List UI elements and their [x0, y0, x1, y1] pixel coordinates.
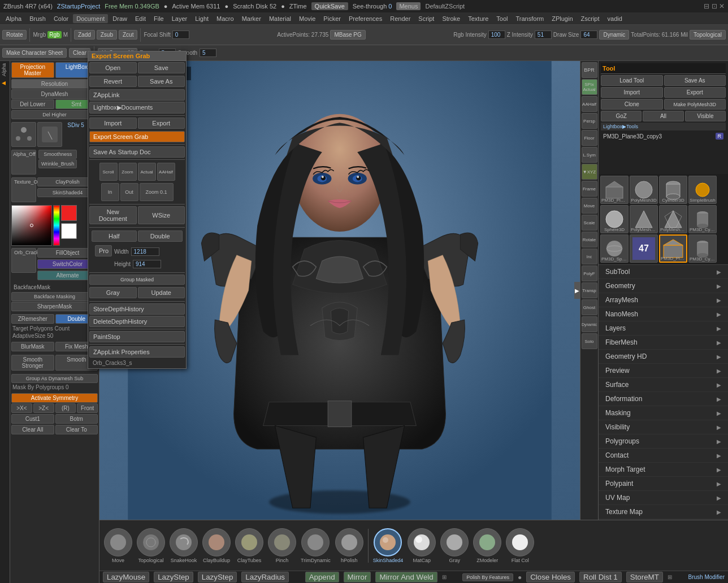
close-holes-button[interactable]: Close Holes: [526, 572, 575, 582]
activate-symmetry-button[interactable]: Activate Symmetry: [11, 393, 98, 403]
roll-dist-button[interactable]: Roll Dist 1: [579, 572, 622, 582]
clone-button[interactable]: Clone: [601, 99, 663, 110]
lazystep1-button[interactable]: LazyStep: [154, 572, 193, 582]
om-delete-depth-button[interactable]: DeleteDepthHistory: [89, 316, 185, 327]
material-flat[interactable]: Flat Col: [506, 528, 534, 563]
sym-x-button[interactable]: >X<: [11, 403, 32, 413]
storemt-button[interactable]: StoreMT: [626, 572, 663, 582]
visible-button[interactable]: Visible: [685, 111, 726, 121]
canvas-side-arrow[interactable]: ▶: [574, 282, 580, 299]
om-zapplink-button[interactable]: ZAppLink: [89, 89, 185, 101]
goz-button[interactable]: GoZ: [601, 111, 642, 121]
rotate-button[interactable]: Rotate: [2, 30, 27, 40]
sym-z-button[interactable]: >Z<: [33, 403, 54, 413]
alpha-off-button[interactable]: Alpha_Off: [11, 150, 36, 175]
material-skinshaded[interactable]: SkinShaded4: [373, 528, 404, 563]
save-as-tool-button[interactable]: Save As: [664, 75, 726, 86]
projection-master-button[interactable]: Projection Master: [11, 62, 54, 78]
om-scroll-button[interactable]: Scroll: [99, 163, 118, 181]
menu-alpha[interactable]: Alpha: [2, 14, 25, 23]
wrinkle-btn[interactable]: Wrinkle_Brush: [38, 159, 77, 168]
menu-preview[interactable]: Preview ▶: [599, 364, 728, 378]
load-tool-button[interactable]: Load Tool: [601, 75, 663, 86]
menu-render[interactable]: Render: [387, 14, 414, 23]
texture-off-button[interactable]: Texture_Off: [11, 177, 36, 202]
menu-stroke[interactable]: Stroke: [439, 14, 463, 23]
menu-script[interactable]: Script: [415, 14, 437, 23]
menu-uv-map[interactable]: UV Map ▶: [599, 491, 728, 505]
brush-pinch[interactable]: Pinch: [268, 528, 296, 563]
export-tool-button[interactable]: Export: [664, 87, 726, 98]
menu-masking[interactable]: Masking ▶: [599, 406, 728, 420]
om-actual-button[interactable]: Actual: [138, 163, 156, 181]
solo-button[interactable]: Solo: [582, 333, 597, 349]
material-matcap[interactable]: MatCap: [408, 528, 436, 563]
mirror-button[interactable]: Mirror: [344, 572, 371, 582]
make-polymesh-button[interactable]: Make PolyMesh3D: [664, 99, 726, 110]
om-export-screengrab-button[interactable]: Export Screen Grab: [89, 131, 185, 142]
menu-layer[interactable]: Layer: [168, 14, 191, 23]
sym-r-button[interactable]: (R): [55, 403, 76, 413]
menu-geometry-hd[interactable]: Geometry HD ▶: [599, 350, 728, 364]
om-group-masked-button[interactable]: Group Masked: [89, 275, 185, 285]
color-hue-strip[interactable]: [53, 205, 60, 246]
menu-color[interactable]: Color: [50, 14, 72, 23]
spix-button[interactable]: SPixActual: [582, 79, 597, 95]
thumb-sphere3d[interactable]: Sphere3D: [600, 205, 629, 233]
rotate-vtb-button[interactable]: Rotate: [582, 232, 597, 247]
brush-topological[interactable]: Topological: [137, 528, 165, 563]
om-store-depth-button[interactable]: StoreDepthHistory: [89, 303, 185, 315]
menu-transform[interactable]: Transform: [513, 14, 548, 23]
brush-dots[interactable]: [11, 122, 36, 147]
smooth-stronger-button[interactable]: Smooth Stronger: [11, 355, 54, 371]
menu-polypaint[interactable]: Polypaint ▶: [599, 477, 728, 491]
color-picker[interactable]: [11, 205, 52, 246]
om-width-input[interactable]: [131, 247, 159, 256]
thumb-plane3d[interactable]: PM3D_Plane3D: [600, 176, 629, 204]
scale-button[interactable]: Scale: [582, 215, 597, 230]
floor-button[interactable]: Floor: [582, 130, 597, 146]
thumb-cylinder3d[interactable]: Cylinder3D: [659, 176, 687, 204]
del-lower-button[interactable]: Del Lower: [11, 99, 54, 109]
dynamic-button[interactable]: Dynamic: [599, 30, 629, 40]
thumb-polymesh3d-2[interactable]: PolyMesh3D_2: [659, 205, 687, 233]
menu-zplugin[interactable]: ZPlugin: [548, 14, 576, 23]
material-zmodeler[interactable]: ZModeler: [473, 528, 501, 563]
quicksave-button[interactable]: QuickSave: [311, 2, 348, 10]
om-height-input[interactable]: [133, 260, 161, 268]
om-paintstop-button[interactable]: PaintStop: [89, 331, 185, 342]
make-char-sheet-button[interactable]: Make Character Sheet: [2, 48, 67, 58]
lazymouse-button[interactable]: LazyMouse: [103, 572, 149, 582]
menu-marker[interactable]: Marker: [239, 14, 265, 23]
menu-macro[interactable]: Macro: [213, 14, 237, 23]
menu-document[interactable]: Document: [73, 14, 108, 23]
move-button[interactable]: Move: [582, 198, 597, 214]
frame-button[interactable]: Frame: [582, 181, 597, 197]
bpr-button[interactable]: BPR: [582, 62, 597, 78]
om-open-button[interactable]: Open: [89, 62, 137, 73]
menu-vadid[interactable]: vadid: [604, 14, 626, 23]
menu-arraymesh[interactable]: ArrayMesh ▶: [599, 293, 728, 307]
om-lightbox-docs-button[interactable]: Lightbox▶Documents: [89, 102, 185, 114]
brush-hpolish[interactable]: hPolish: [335, 528, 363, 563]
menu-visibility[interactable]: Visibility ▶: [599, 420, 728, 434]
append-button[interactable]: Append: [305, 572, 339, 582]
om-save-button[interactable]: Save: [138, 62, 185, 73]
all-button[interactable]: All: [643, 111, 683, 121]
menu-tool[interactable]: Tool: [493, 14, 511, 23]
background-color[interactable]: [61, 223, 77, 239]
thumb-polymesh3d-1[interactable]: PolyMesh3D_1: [630, 205, 658, 233]
lazystep2-button[interactable]: LazyStep: [198, 572, 237, 582]
orb-cracks-button[interactable]: Orb_Cracks: [11, 248, 36, 273]
menu-zscript[interactable]: Zscript: [578, 14, 603, 23]
menu-contact[interactable]: Contact ▶: [599, 449, 728, 463]
import-tool-button[interactable]: Import: [601, 87, 663, 98]
thumb-cyl1[interactable]: PM3D_Cylinder3: [688, 205, 717, 233]
menu-draw[interactable]: Draw: [109, 14, 131, 23]
cust1-button[interactable]: Cust1: [11, 414, 54, 424]
brush-move[interactable]: Move: [104, 528, 132, 563]
smooth-btn[interactable]: Smoothness: [38, 150, 77, 159]
fl-btn-2[interactable]: ▶: [0, 79, 10, 89]
brush-trimdynamic[interactable]: TrimDynamic: [301, 528, 331, 563]
menu-material[interactable]: Material: [266, 14, 294, 23]
